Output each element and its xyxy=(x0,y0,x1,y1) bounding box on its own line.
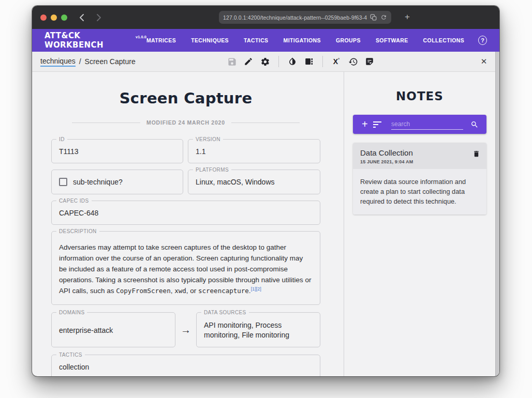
citation-1-link[interactable]: [1] xyxy=(251,286,256,291)
technique-panel: Screen Capture MODIFIED 24 MARCH 2020 ID… xyxy=(32,72,344,376)
tactics-field[interactable]: TACTICS collection xyxy=(51,355,320,376)
toolbar-icons: X° xyxy=(226,56,375,67)
capec-field-value: CAPEC-648 xyxy=(59,208,313,218)
close-icon[interactable]: ✕ xyxy=(479,57,489,66)
site-settings-icon[interactable] xyxy=(370,14,377,21)
brand-version: v1.0.0 xyxy=(136,35,146,39)
page: 127.0.0.1:4200/technique/attack-pattern-… xyxy=(0,0,532,398)
data-sources-field-value: API monitoring, Process monitoring, File… xyxy=(204,320,313,340)
breadcrumb-separator: / xyxy=(79,57,81,66)
address-bar-icons xyxy=(370,14,387,21)
window-zoom-button[interactable] xyxy=(61,14,67,21)
version-field[interactable]: VERSION 1.1 xyxy=(188,139,320,163)
description-field-label: DESCRIPTION xyxy=(56,228,99,235)
notes-panel: NOTES + Data Collection xyxy=(344,72,499,376)
edit-button[interactable] xyxy=(243,56,254,67)
delete-note-button[interactable] xyxy=(472,149,480,158)
url-text: 127.0.0.1:4200/technique/attack-pattern-… xyxy=(223,14,367,21)
app-navbar: ATT&CK WORKBENCH v1.0.0 MATRICES TECHNIQ… xyxy=(32,29,499,52)
form-row-capec: CAPEC IDS CAPEC-648 xyxy=(51,201,320,225)
domains-field[interactable]: DOMAINS enterprise-attack xyxy=(51,312,175,347)
nav-item-groups[interactable]: GROUPS xyxy=(336,37,361,43)
notes-search-input[interactable] xyxy=(391,119,463,130)
nav-item-software[interactable]: SOFTWARE xyxy=(376,37,408,43)
data-sources-field[interactable]: DATA SOURCES API monitoring, Process mon… xyxy=(196,312,320,347)
domains-arrow-cell: → xyxy=(175,312,196,347)
version-field-label: VERSION xyxy=(193,136,223,143)
nav-item-techniques[interactable]: TECHNIQUES xyxy=(191,37,229,43)
search-notes-button[interactable] xyxy=(469,120,480,129)
back-button[interactable] xyxy=(79,13,84,22)
app-brand[interactable]: ATT&CK WORKBENCH v1.0.0 xyxy=(45,31,146,50)
divider-line xyxy=(231,123,300,123)
nav-menu: MATRICES TECHNIQUES TACTICS MITIGATIONS … xyxy=(146,37,464,43)
technique-form: ID T1113 VERSION 1.1 sub-techniq xyxy=(51,139,320,376)
page-title: Screen Capture xyxy=(51,89,320,107)
breadcrumb-techniques-link[interactable]: techniques xyxy=(40,57,76,67)
description-field[interactable]: DESCRIPTION Adversaries may attempt to t… xyxy=(51,231,320,305)
toolbar-divider xyxy=(278,56,279,67)
tactics-field-label: TACTICS xyxy=(56,351,85,358)
chevron-right-icon xyxy=(96,13,101,22)
sidebar-layout-button[interactable] xyxy=(303,56,315,67)
breadcrumb-bar: techniques / Screen Capture xyxy=(32,52,499,72)
notes-toggle-button[interactable] xyxy=(364,56,375,67)
subtechnique-field: sub-technique? xyxy=(51,170,183,194)
form-row-tactics: TACTICS collection xyxy=(51,355,320,376)
toolbar-divider xyxy=(322,56,323,67)
nav-item-matrices[interactable]: MATRICES xyxy=(146,37,176,43)
superscript-button[interactable]: X° xyxy=(331,56,342,67)
form-row-subtechnique-platforms: sub-technique? PLATFORMS Linux, macOS, W… xyxy=(51,170,320,194)
window-close-button[interactable] xyxy=(40,14,47,21)
sort-icon xyxy=(373,121,382,128)
sort-notes-button[interactable] xyxy=(372,121,384,128)
browser-window: 127.0.0.1:4200/technique/attack-pattern-… xyxy=(32,6,499,376)
subtechnique-checkbox[interactable] xyxy=(59,178,67,186)
sidebar-layout-icon xyxy=(304,57,314,66)
form-row-domains: DOMAINS enterprise-attack → DATA SOURCES… xyxy=(51,312,320,347)
chevron-left-icon xyxy=(79,13,84,22)
settings-button[interactable] xyxy=(259,56,271,67)
titlebar: 127.0.0.1:4200/technique/attack-pattern-… xyxy=(32,6,499,29)
capec-field[interactable]: CAPEC IDS CAPEC-648 xyxy=(51,201,320,225)
nav-item-mitigations[interactable]: MITIGATIONS xyxy=(284,37,321,43)
domains-field-value: enterprise-attack xyxy=(59,326,113,335)
platforms-field[interactable]: PLATFORMS Linux, macOS, Windows xyxy=(188,170,320,194)
scrollbar[interactable] xyxy=(495,52,499,376)
citation-2-link[interactable]: [2] xyxy=(256,286,261,291)
note-card-header[interactable]: Data Collection 15 JUNE 2021, 9:04 AM xyxy=(353,143,486,169)
note-timestamp: 15 JUNE 2021, 9:04 AM xyxy=(360,159,479,164)
id-field[interactable]: ID T1113 xyxy=(51,139,183,163)
add-note-button[interactable]: + xyxy=(360,119,370,130)
address-bar[interactable]: 127.0.0.1:4200/technique/attack-pattern-… xyxy=(219,11,391,24)
modified-divider: MODIFIED 24 MARCH 2020 xyxy=(72,119,300,126)
platforms-field-value: Linux, macOS, Windows xyxy=(196,177,313,187)
nav-item-collections[interactable]: COLLECTIONS xyxy=(423,37,465,43)
note-card: Data Collection 15 JUNE 2021, 9:04 AM Re… xyxy=(353,143,486,215)
invert-colors-button[interactable] xyxy=(287,56,298,67)
app-body: techniques / Screen Capture xyxy=(32,52,499,376)
code-screencapture: screencapture xyxy=(198,287,249,295)
capec-field-label: CAPEC IDS xyxy=(56,197,92,204)
edit-icon xyxy=(244,57,253,66)
new-tab-button[interactable]: + xyxy=(401,10,414,24)
window-minimize-button[interactable] xyxy=(51,14,57,21)
forward-button[interactable] xyxy=(96,13,101,22)
breadcrumb: techniques / Screen Capture xyxy=(40,57,136,67)
reload-icon[interactable] xyxy=(380,14,387,21)
help-icon[interactable]: ? xyxy=(478,36,487,45)
save-button[interactable] xyxy=(226,56,238,67)
modified-date: MODIFIED 24 MARCH 2020 xyxy=(140,119,231,126)
domains-field-label: DOMAINS xyxy=(56,309,87,316)
version-field-value: 1.1 xyxy=(196,147,313,157)
notes-icon xyxy=(365,57,374,66)
invert-colors-icon xyxy=(288,57,297,66)
subtechnique-label: sub-technique? xyxy=(73,178,123,186)
notes-toolbar: + xyxy=(353,115,486,134)
note-title: Data Collection xyxy=(360,148,479,157)
browser-nav-arrows xyxy=(79,13,101,22)
nav-item-tactics[interactable]: TACTICS xyxy=(244,37,269,43)
description-text: Adversaries may attempt to take screen c… xyxy=(59,242,313,296)
history-button[interactable] xyxy=(347,56,359,67)
trash-icon xyxy=(472,149,480,158)
